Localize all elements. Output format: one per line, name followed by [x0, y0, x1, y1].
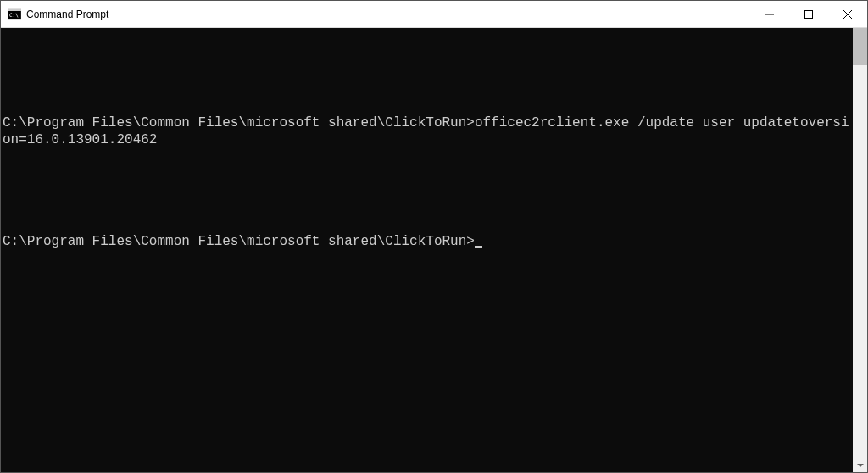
content-area: C:\Program Files\Common Files\microsoft … [1, 28, 867, 472]
window-title: Command Prompt [26, 8, 750, 20]
svg-rect-4 [805, 10, 813, 18]
terminal-command-line: C:\Program Files\Common Files\microsoft … [3, 114, 853, 148]
svg-text:C:\: C:\ [9, 12, 19, 18]
terminal-prompt: C:\Program Files\Common Files\microsoft … [3, 115, 475, 131]
scrollbar-thumb[interactable] [853, 28, 867, 65]
terminal-cursor [475, 246, 482, 248]
window-controls [750, 1, 867, 27]
terminal-current-line: C:\Program Files\Common Files\microsoft … [3, 233, 853, 250]
scrollbar-down-arrow[interactable] [853, 458, 867, 472]
svg-marker-7 [857, 464, 864, 467]
minimize-button[interactable] [750, 1, 789, 27]
close-button[interactable] [828, 1, 867, 27]
maximize-button[interactable] [789, 1, 828, 27]
titlebar[interactable]: C:\ Command Prompt [1, 1, 867, 28]
command-prompt-window: C:\ Command Prompt C:\Program Files\Comm… [0, 0, 868, 473]
terminal-blank-line [3, 64, 853, 81]
terminal-current-prompt: C:\Program Files\Common Files\microsoft … [3, 234, 475, 249]
svg-rect-1 [8, 9, 21, 11]
command-prompt-icon: C:\ [8, 8, 21, 21]
vertical-scrollbar[interactable] [853, 28, 867, 472]
terminal-blank-line [3, 182, 853, 199]
terminal-output[interactable]: C:\Program Files\Common Files\microsoft … [1, 28, 853, 472]
